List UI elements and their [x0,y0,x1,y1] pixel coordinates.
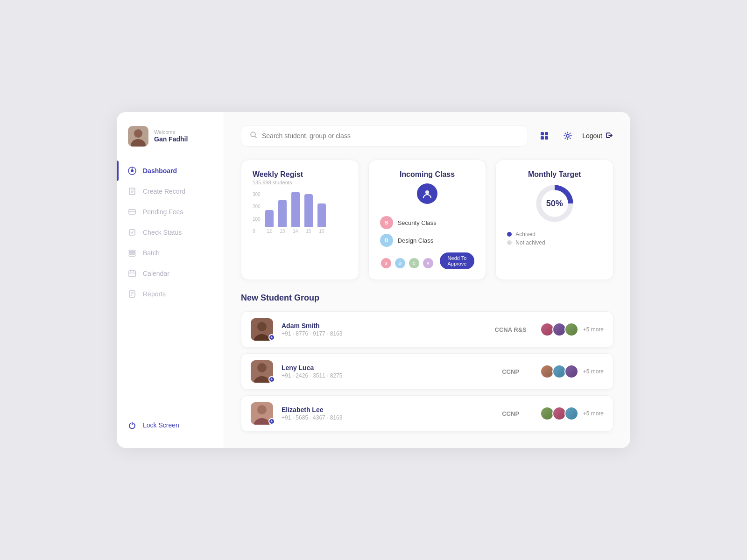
incoming-class-title: Incoming Class [380,170,475,179]
sidebar-bottom: Lock Screen [117,412,224,439]
donut-chart-wrap: 50% [507,182,602,224]
more-count: +5 more [583,326,604,333]
student-members: +5 more [540,406,604,420]
donut-percent: 50% [546,199,563,209]
monthly-target-card: Monthly Target 50% Achived Not a [495,160,613,280]
student-name: Elizabeth Lee [282,406,481,413]
svg-rect-27 [545,132,548,135]
bar [304,194,313,227]
sidebar-profile: Welcome Gan Fadhil [117,126,224,161]
header: Logout [241,125,613,147]
check-status-icon [128,228,136,237]
sidebar-item-label: Batch [143,249,160,257]
lock-screen-label: Lock Screen [143,421,179,429]
sidebar-item-batch[interactable]: Batch [117,243,224,263]
weekly-regist-title: Weekly Regist [253,170,347,179]
svg-rect-13 [129,250,135,252]
need-to-approve-button[interactable]: Nedd To Approve [440,252,475,269]
weekly-regist-card: Weekly Regist 135.998 students 300 200 1… [241,160,359,280]
bar-item: 12 [265,210,274,234]
sidebar-item-check-status[interactable]: Check Status [117,222,224,243]
sidebar-item-create-record[interactable]: Create Record [117,181,224,202]
grid-button[interactable] [536,127,553,145]
mini-avatar: V [422,257,434,269]
online-indicator [268,376,275,383]
logout-label: Logout [582,132,602,140]
class-item-design: D Design Class [380,234,475,247]
student-members: +5 more [540,364,604,378]
class-item-security: S Security Class [380,216,475,229]
legend-not-achieved: Not achived [507,239,602,246]
not-achieved-label: Not achived [515,239,545,246]
svg-rect-10 [129,210,135,214]
sidebar-item-label: Calendar [143,270,169,277]
settings-button[interactable] [559,127,577,145]
header-icons: Logout [536,127,613,145]
legend: Achived Not achived [507,231,602,246]
pending-fees-icon [128,208,136,216]
main-content: Logout Weekly Regist 135.998 students [224,112,630,448]
incoming-avatars: S D C V [380,257,434,269]
student-name: Adam Smith [282,322,481,329]
search-input[interactable] [262,132,519,140]
mini-avatar: D [394,257,406,269]
bar [265,210,274,227]
student-avatar-wrap [251,318,273,341]
cards-row: Weekly Regist 135.998 students 300 200 1… [241,160,613,280]
svg-rect-26 [541,132,544,135]
y-axis: 300 200 100 0 [253,192,261,234]
design-class-name: Design Class [398,237,434,244]
weekly-regist-subtitle: 135.998 students [253,180,347,185]
svg-rect-16 [129,271,135,277]
search-icon [250,131,257,140]
student-info: Leny Luca +91 · 2426 · 3511 · 8275 [282,364,481,379]
student-list: Adam Smith +91 · 8776 · 9177 · 8163 CCNA… [241,311,613,432]
monthly-target-title: Monthly Target [507,170,602,179]
avatar-and-approve-row: S D C V Nedd To Approve [380,252,475,269]
sidebar-item-dashboard[interactable]: Dashboard [117,161,224,181]
sidebar-item-label: Pending Fees [143,208,183,216]
incoming-class-card: Incoming Class S Security Class D Des [368,160,486,280]
student-course: CCNA R&S [490,326,532,333]
svg-rect-14 [129,252,135,254]
logout-button[interactable]: Logout [582,131,613,141]
profile-info: Welcome Gan Fadhil [154,129,188,143]
svg-rect-29 [545,136,548,140]
bar [291,192,300,227]
more-count: +5 more [583,368,604,375]
student-info: Elizabeth Lee +91 · 5685 · 4367 · 8163 [282,406,481,421]
username-label: Gan Fadhil [154,135,188,143]
svg-point-4 [131,169,134,172]
sidebar-item-pending-fees[interactable]: Pending Fees [117,202,224,222]
student-phone: +91 · 2426 · 3511 · 8275 [282,372,481,379]
online-indicator [268,334,275,341]
mini-avatar: S [380,257,392,269]
avatar [128,126,148,147]
lock-screen-button[interactable]: Lock Screen [128,421,212,429]
online-indicator [268,418,275,425]
calendar-icon [128,269,136,278]
sidebar-item-label: Reports [143,290,166,298]
bar [278,200,287,227]
student-card: Elizabeth Lee +91 · 5685 · 4367 · 8163 C… [241,395,613,432]
svg-line-25 [255,136,256,138]
member-avatar [564,364,578,378]
achieved-label: Achived [515,231,536,238]
svg-point-35 [257,322,267,331]
bar-item: 13 [278,200,287,234]
svg-rect-15 [129,255,135,256]
security-badge: S [380,216,393,229]
student-card: Adam Smith +91 · 8776 · 9177 · 8163 CCNA… [241,311,613,348]
search-bar[interactable] [241,125,528,147]
student-card: Leny Luca +91 · 2426 · 3511 · 8275 CCNP … [241,353,613,390]
more-count: +5 more [583,410,604,417]
section-title: New Student Group [241,293,613,303]
sidebar-item-reports[interactable]: Reports [117,284,224,304]
sidebar-item-calendar[interactable]: Calendar [117,263,224,284]
design-badge: D [380,234,393,247]
student-name: Leny Luca [282,364,481,371]
logout-icon [605,131,613,141]
welcome-label: Welcome [154,129,188,135]
student-info: Adam Smith +91 · 8776 · 9177 · 8163 [282,322,481,337]
student-avatar-wrap [251,402,273,425]
